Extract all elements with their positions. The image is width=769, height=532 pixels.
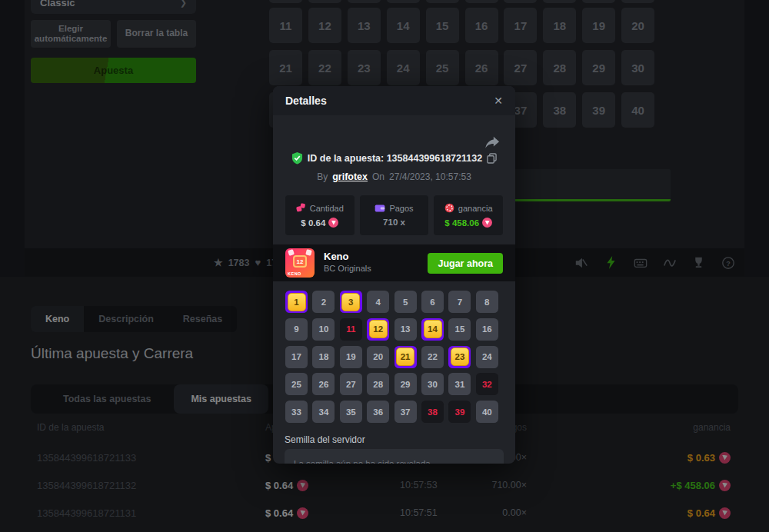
result-number-38: 38 [421, 401, 444, 423]
result-number-39: 39 [448, 401, 471, 423]
result-number-32: 32 [476, 373, 498, 395]
bet-stats-row: Cantidad $ 0.64 Pagos 710 x [285, 195, 503, 235]
on-label: On [372, 171, 384, 182]
bet-id-row: ID de la apuesta: 135844399618721132 [273, 152, 515, 165]
bet-details-modal: Detalles ✕ ID de la apuesta: 13584439961… [273, 86, 515, 464]
result-number-33: 33 [285, 401, 308, 423]
game-name: Keno [324, 251, 349, 262]
game-provider: BC Originals [324, 264, 371, 273]
result-number-10: 10 [312, 318, 335, 341]
bet-id-text: ID de la apuesta: 135844399618721132 [308, 153, 482, 164]
modal-header: Detalles ✕ [273, 86, 515, 115]
game-info-row: 12 KENO Keno BC Originals Jugar ahora [273, 244, 515, 281]
result-number-3: 3 [340, 291, 362, 313]
result-number-22: 22 [421, 346, 444, 368]
result-number-4: 4 [367, 291, 389, 313]
stat-payout-label: Pagos [389, 204, 413, 213]
server-seed-field[interactable]: La semilla aún no ha sido revelada... [285, 449, 504, 464]
result-number-16: 16 [476, 318, 498, 341]
play-now-button[interactable]: Jugar ahora [428, 253, 503, 274]
bet-meta-row: By grifotex On 27/4/2023, 10:57:53 [273, 171, 515, 182]
stat-amount: Cantidad $ 0.64 [285, 195, 355, 235]
result-number-17: 17 [285, 346, 308, 368]
page: Classic ❯ Elegir automáticamente Borrar … [0, 0, 769, 532]
result-number-7: 7 [448, 291, 471, 313]
result-number-5: 5 [394, 291, 417, 313]
keno-game-thumbnail[interactable]: 12 KENO [285, 248, 315, 278]
result-number-11: 11 [340, 318, 362, 341]
keno-tile-label: KENO [288, 271, 301, 276]
wallet-icon [375, 204, 385, 213]
server-seed-label: Semilla del servidor [285, 434, 365, 445]
trx-coin-icon [328, 218, 338, 228]
result-number-28: 28 [367, 373, 389, 395]
result-number-2: 2 [312, 291, 335, 313]
result-number-15: 15 [448, 318, 471, 341]
result-number-29: 29 [394, 373, 417, 395]
by-label: By [317, 171, 328, 182]
result-number-18: 18 [312, 346, 335, 368]
result-number-30: 30 [421, 373, 444, 395]
result-number-12: 12 [367, 318, 389, 341]
stat-profit-value: $ 458.06 [444, 218, 479, 228]
modal-title: Detalles [285, 95, 327, 107]
share-icon[interactable] [484, 135, 500, 151]
result-number-34: 34 [312, 401, 335, 423]
stat-profit: ganancia $ 458.06 [434, 195, 503, 235]
result-number-19: 19 [340, 346, 362, 368]
dice-icon [296, 203, 306, 213]
result-number-1: 1 [285, 291, 308, 313]
result-number-35: 35 [340, 401, 362, 423]
close-icon[interactable]: ✕ [494, 95, 503, 107]
copy-icon[interactable] [487, 153, 497, 164]
result-number-8: 8 [476, 291, 498, 313]
result-number-37: 37 [394, 401, 417, 423]
result-number-26: 26 [312, 373, 335, 395]
result-number-24: 24 [476, 346, 498, 368]
result-number-9: 9 [285, 318, 308, 341]
verified-shield-icon [291, 152, 303, 165]
stat-payout: Pagos 710 x [360, 195, 429, 235]
result-number-36: 36 [367, 401, 389, 423]
stat-payout-value: 710 x [383, 218, 405, 227]
result-number-13: 13 [394, 318, 417, 341]
result-number-6: 6 [421, 291, 444, 313]
result-number-40: 40 [476, 401, 498, 423]
result-number-14: 14 [421, 318, 444, 341]
stat-profit-label: ganancia [458, 204, 493, 213]
result-number-25: 25 [285, 373, 308, 395]
trx-coin-icon [482, 218, 492, 228]
stat-amount-label: Cantidad [310, 204, 344, 213]
stat-amount-value: $ 0.64 [301, 218, 325, 228]
result-number-23: 23 [448, 346, 471, 368]
result-number-21: 21 [394, 346, 417, 368]
chip-icon [444, 203, 454, 213]
bet-datetime: 27/4/2023, 10:57:53 [389, 171, 471, 182]
result-number-31: 31 [448, 373, 471, 395]
result-number-27: 27 [340, 373, 362, 395]
keno-tile-number: 12 [293, 255, 307, 268]
result-number-20: 20 [367, 346, 389, 368]
username-link[interactable]: grifotex [332, 171, 368, 182]
